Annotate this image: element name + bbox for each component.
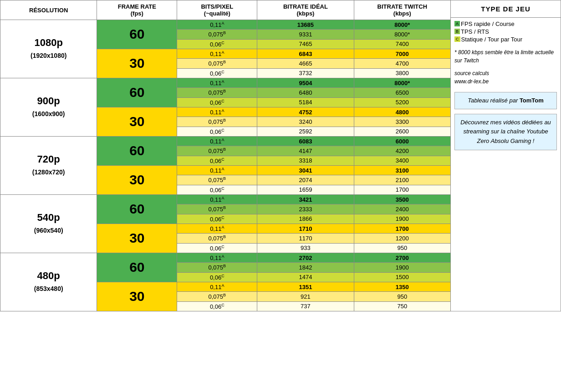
twitch-bitrate-cell: 6000 <box>354 136 450 146</box>
twitch-bitrate-cell: 3300 <box>354 117 450 127</box>
table-section: RÉSOLUTION FRAME RATE(fps) BITS/PIXEL(~q… <box>0 0 451 311</box>
twitch-bitrate-cell: 3400 <box>354 156 450 165</box>
bpp-cell: 0,11A <box>177 253 257 262</box>
twitch-bitrate-cell: 1350 <box>354 282 450 291</box>
ideal-bitrate-cell: 6480 <box>257 88 354 97</box>
legend-list: A FPS rapide / CourseB TPS / RTSC Statiq… <box>454 20 557 43</box>
twitch-bitrate-cell: 1200 <box>354 234 450 243</box>
bpp-cell: 0,11A <box>177 165 257 175</box>
bpp-cell: 0,11A <box>177 107 257 117</box>
ideal-bitrate-cell: 2702 <box>257 253 354 262</box>
ideal-bitrate-cell: 4147 <box>257 146 354 156</box>
table-row: 540p(960x540)600,11A34213500 <box>0 194 451 204</box>
twitch-bitrate-cell: 950 <box>354 292 450 301</box>
bpp-cell: 0,075B <box>177 292 257 301</box>
fps-cell: 30 <box>97 282 177 311</box>
twitch-bitrate-cell: 2400 <box>354 204 450 214</box>
bpp-cell: 0,075B <box>177 263 257 272</box>
legend-item: C Statique / Tour par Tour <box>454 36 557 43</box>
twitch-bitrate-cell: 2700 <box>354 253 450 262</box>
sidebar-title: TYPE DE JEU <box>451 0 561 18</box>
ideal-bitrate-cell: 4752 <box>257 107 354 117</box>
bpp-cell: 0,11A <box>177 224 257 233</box>
col-bpp: BITS/PIXEL(~qualité) <box>177 0 257 20</box>
fps-cell: 60 <box>97 78 177 107</box>
bpp-cell: 0,075B <box>177 146 257 156</box>
twitch-bitrate-cell: 7000 <box>354 49 450 58</box>
twitch-bitrate-cell: 3100 <box>354 165 450 175</box>
author-box: Tableau réalisé par TomTom <box>454 92 557 109</box>
page-container: RÉSOLUTION FRAME RATE(fps) BITS/PIXEL(~q… <box>0 0 561 311</box>
ideal-bitrate-cell: 3041 <box>257 165 354 175</box>
bpp-cell: 0,06C <box>177 97 257 107</box>
bpp-cell: 0,075B <box>177 88 257 97</box>
resolution-cell: 720p(1280x720) <box>0 136 97 194</box>
bpp-cell: 0,06C <box>177 68 257 78</box>
twitch-bitrate-cell: 6500 <box>354 88 450 97</box>
ideal-bitrate-cell: 1659 <box>257 185 354 194</box>
col-framerate: FRAME RATE(fps) <box>97 0 177 20</box>
twitch-bitrate-cell: 1900 <box>354 263 450 272</box>
ideal-bitrate-cell: 9504 <box>257 78 354 87</box>
twitch-bitrate-cell: 750 <box>354 301 450 311</box>
twitch-bitrate-cell: 4200 <box>354 146 450 156</box>
bpp-cell: 0,075B <box>177 204 257 214</box>
bitrate-table: RÉSOLUTION FRAME RATE(fps) BITS/PIXEL(~q… <box>0 0 451 311</box>
table-row: 1080p(1920x1080)600,11A136858000* <box>0 20 451 30</box>
table-row: 900p(1600x900)600,11A95048000* <box>0 78 451 87</box>
col-twitch: BITRATE TWITCH(kbps) <box>354 0 450 20</box>
author-label: Tableau réalisé par <box>468 97 520 104</box>
source-line: www.dr-lex.be <box>454 77 557 86</box>
bpp-cell: 0,06C <box>177 127 257 136</box>
bpp-cell: 0,11A <box>177 282 257 291</box>
legend-item: B TPS / RTS <box>454 28 557 35</box>
bpp-cell: 0,06C <box>177 156 257 165</box>
ideal-bitrate-cell: 6843 <box>257 49 354 58</box>
resolution-cell: 1080p(1920x1080) <box>0 20 97 78</box>
source-text: source calculswww.dr-lex.be <box>454 69 557 86</box>
col-resolution: RÉSOLUTION <box>0 0 97 20</box>
twitch-bitrate-cell: 8000* <box>354 78 450 87</box>
twitch-bitrate-cell: 2100 <box>354 175 450 185</box>
bpp-cell: 0,06C <box>177 272 257 282</box>
ideal-bitrate-cell: 5184 <box>257 97 354 107</box>
ideal-bitrate-cell: 2592 <box>257 127 354 136</box>
twitch-bitrate-cell: 3800 <box>354 68 450 78</box>
bpp-cell: 0,075B <box>177 234 257 243</box>
twitch-bitrate-cell: 950 <box>354 243 450 253</box>
resolution-cell: 480p(853x480) <box>0 253 97 311</box>
ideal-bitrate-cell: 1866 <box>257 214 354 224</box>
header-row: RÉSOLUTION FRAME RATE(fps) BITS/PIXEL(~q… <box>0 0 451 20</box>
ideal-bitrate-cell: 3732 <box>257 68 354 78</box>
bpp-cell: 0,06C <box>177 243 257 253</box>
table-row: 720p(1280x720)600,11A60836000 <box>0 136 451 146</box>
twitch-bitrate-cell: 7400 <box>354 39 450 49</box>
ideal-bitrate-cell: 1170 <box>257 234 354 243</box>
twitch-bitrate-cell: 4700 <box>354 59 450 68</box>
twitch-bitrate-cell: 8000* <box>354 30 450 39</box>
ideal-bitrate-cell: 3421 <box>257 194 354 204</box>
ideal-bitrate-cell: 933 <box>257 243 354 253</box>
bpp-cell: 0,06C <box>177 185 257 194</box>
bpp-cell: 0,075B <box>177 30 257 39</box>
bpp-cell: 0,06C <box>177 214 257 224</box>
ideal-bitrate-cell: 737 <box>257 301 354 311</box>
ideal-bitrate-cell: 2074 <box>257 175 354 185</box>
ideal-bitrate-cell: 1710 <box>257 224 354 233</box>
ideal-bitrate-cell: 6083 <box>257 136 354 146</box>
fps-cell: 60 <box>97 253 177 282</box>
bpp-cell: 0,06C <box>177 301 257 311</box>
twitch-bitrate-cell: 4800 <box>354 107 450 117</box>
ideal-bitrate-cell: 3318 <box>257 156 354 165</box>
resolution-cell: 900p(1600x900) <box>0 78 97 136</box>
ideal-bitrate-cell: 921 <box>257 292 354 301</box>
ideal-bitrate-cell: 1474 <box>257 272 354 282</box>
ideal-bitrate-cell: 1351 <box>257 282 354 291</box>
fps-cell: 30 <box>97 224 177 253</box>
twitch-note: * 8000 kbps semble être la limite actuel… <box>454 48 557 65</box>
fps-cell: 60 <box>97 194 177 224</box>
bpp-cell: 0,075B <box>177 117 257 127</box>
ideal-bitrate-cell: 13685 <box>257 20 354 30</box>
sidebar: TYPE DE JEU A FPS rapide / CourseB TPS /… <box>451 0 561 311</box>
fps-cell: 30 <box>97 165 177 194</box>
